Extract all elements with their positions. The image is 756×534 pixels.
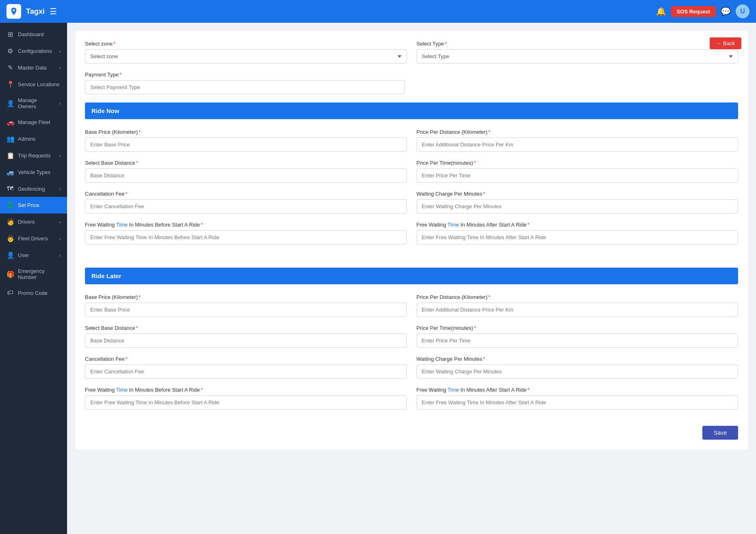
ride-later-price-per-distance-group: Price Per Distance (Kilometer)* [417,294,739,317]
sidebar-label-admins: Admins [18,136,35,142]
location-icon: 📍 [7,81,14,88]
ride-now-price-per-distance-group: Price Per Distance (Kilometer)* [417,129,739,152]
ride-now-free-waiting-after-input[interactable] [417,230,739,244]
ride-later-waiting-charge-input[interactable] [417,364,739,379]
promo-icon: 🏷 [7,289,14,296]
sidebar-item-promo-code[interactable]: 🏷 Promo Code [0,285,67,301]
sidebar-item-drivers[interactable]: 🧑 Drivers › [0,214,67,230]
sidebar-label-promo-code: Promo Code [18,290,48,296]
sidebar-item-trip-requests[interactable]: 📋 Trip Requests › [0,147,67,164]
ride-now-waiting-charge-input[interactable] [417,199,739,214]
ride-now-price-per-distance-label: Price Per Distance (Kilometer)* [417,129,739,135]
sidebar-item-manage-fleet[interactable]: 🚗 Manage Fleet [0,114,67,131]
ride-later-row-4: Free Waiting Time In Minutes Before Star… [85,387,738,410]
logo-icon [7,4,21,19]
ride-now-waiting-charge-group: Waiting Charge Per Minutes* [417,191,739,214]
select-zone-group: Select zone* Select zone [85,41,407,63]
payment-type-input[interactable] [85,80,405,94]
ride-later-header: Ride Later [85,268,738,284]
ride-later-price-per-time-input[interactable] [417,333,739,348]
ride-later-base-distance-input[interactable] [85,333,407,348]
ride-now-free-waiting-after-group: Free Waiting Time In Minutes After Start… [417,222,739,244]
sidebar-label-user: User [18,252,29,258]
sidebar-label-fleet-drivers: Fleet Drivers [18,235,48,242]
ride-later-price-per-time-label: Price Per Time(minutes)* [417,325,739,331]
fleet-icon: 🚗 [7,118,14,126]
ride-later-price-per-distance-input[interactable] [417,303,739,317]
ride-now-row-2: Select Base Distance* Price Per Time(min… [85,160,738,183]
sidebar-item-geofencing[interactable]: 🗺 Geofencing › [0,181,67,197]
geofencing-icon: 🗺 [7,185,14,192]
sidebar-item-fleet-drivers[interactable]: 👨 Fleet Drivers › [0,230,67,247]
user-icon: 👤 [7,251,14,259]
sidebar-item-set-price[interactable]: 💲 Set Price [0,197,67,214]
ride-now-base-distance-input[interactable] [85,168,407,183]
ride-now-price-per-time-input[interactable] [417,168,739,183]
ride-now-header: Ride Now [85,102,738,119]
chevron-right-icon-8: › [59,253,61,258]
sidebar-label-trip-requests: Trip Requests [18,153,50,159]
avatar[interactable]: U [736,4,749,18]
ride-now-row-4: Free Waiting Time In Minutes Before Star… [85,222,738,244]
sidebar-item-user[interactable]: 👤 User › [0,247,67,264]
ride-now-waiting-charge-label: Waiting Charge Per Minutes* [417,191,739,197]
ride-later-free-waiting-before-input[interactable] [85,395,407,410]
ride-now-base-price-input[interactable] [85,137,407,152]
ride-later-free-waiting-before-label: Free Waiting Time In Minutes Before Star… [85,387,407,393]
sidebar-item-service-locations[interactable]: 📍 Service Locations [0,76,67,93]
navbar-left: Tagxi ☰ [7,4,57,19]
sidebar-item-emergency-number[interactable]: 🎁 Emergency Number [0,264,67,285]
ride-later-row-3: Cancellation Fee* Waiting Charge Per Min… [85,356,738,379]
ride-later-base-price-input[interactable] [85,303,407,317]
select-type-input[interactable]: Select Type [417,49,739,63]
save-button[interactable]: Save [702,426,738,440]
ride-now-cancellation-input[interactable] [85,199,407,214]
bell-icon[interactable]: 🔔 [656,7,666,16]
chevron-right-icon-4: › [59,153,61,158]
sidebar-label-dashboard: Dashboard [18,31,44,37]
select-zone-input[interactable]: Select zone [85,49,407,63]
select-zone-label: Select zone* [85,41,407,47]
admins-icon: 👥 [7,135,14,143]
ride-later-base-distance-group: Select Base Distance* [85,325,407,348]
ride-later-free-waiting-after-label: Free Waiting Time In Minutes After Start… [417,387,739,393]
app-name: Tagxi [26,7,45,16]
owners-icon: 👤 [7,100,14,107]
ride-later-cancellation-label: Cancellation Fee* [85,356,407,362]
sidebar-item-master-data[interactable]: ✎ Master Data › [0,59,67,76]
ride-later-cancellation-input[interactable] [85,364,407,379]
ride-later-free-waiting-after-input[interactable] [417,395,739,410]
sidebar-item-admins[interactable]: 👥 Admins [0,131,67,147]
sidebar-label-manage-fleet: Manage Fleet [18,119,50,125]
ride-now-base-distance-group: Select Base Distance* [85,160,407,183]
sidebar-label-emergency-number: Emergency Number [18,268,61,280]
save-row: Save [85,419,738,440]
ride-later-base-distance-label: Select Base Distance* [85,325,407,331]
ride-later-row-2: Select Base Distance* Price Per Time(min… [85,325,738,348]
ride-now-price-per-time-group: Price Per Time(minutes)* [417,160,739,183]
ride-now-free-waiting-before-input[interactable] [85,230,407,244]
emergency-icon: 🎁 [7,270,14,278]
sidebar-item-manage-owners[interactable]: 👤 Manage Owners › [0,93,67,114]
hamburger-icon[interactable]: ☰ [50,7,57,16]
chat-icon[interactable]: 💬 [721,7,731,16]
sidebar: ⊞ Dashboard ⚙ Configurations › ✎ Master … [0,23,67,534]
sos-button[interactable]: SOS Request [671,6,716,17]
payment-type-label: Payment Type* [85,72,405,78]
sidebar-label-set-price: Set Price [18,202,39,208]
ride-later-price-per-distance-label: Price Per Distance (Kilometer)* [417,294,739,300]
ride-later-row-1: Base Price (Kilometer)* Price Per Distan… [85,294,738,317]
navbar-right: 🔔 SOS Request 💬 U [656,4,749,18]
select-type-group: Select Type* Select Type [417,41,739,63]
payment-type-group: Payment Type* [85,72,405,94]
sidebar-item-configurations[interactable]: ⚙ Configurations › [0,43,67,59]
set-price-icon: 💲 [7,201,14,209]
ride-now-cancellation-label: Cancellation Fee* [85,191,407,197]
configurations-icon: ⚙ [7,47,14,55]
sidebar-item-dashboard[interactable]: ⊞ Dashboard [0,26,67,43]
ride-now-price-per-distance-input[interactable] [417,137,739,152]
ride-now-free-waiting-after-label: Free Waiting Time In Minutes After Start… [417,222,739,228]
sidebar-item-vehicle-types[interactable]: 🚙 Vehicle Types [0,164,67,181]
back-button[interactable]: ← Back [710,37,741,49]
ride-later-body: Base Price (Kilometer)* Price Per Distan… [85,292,738,419]
